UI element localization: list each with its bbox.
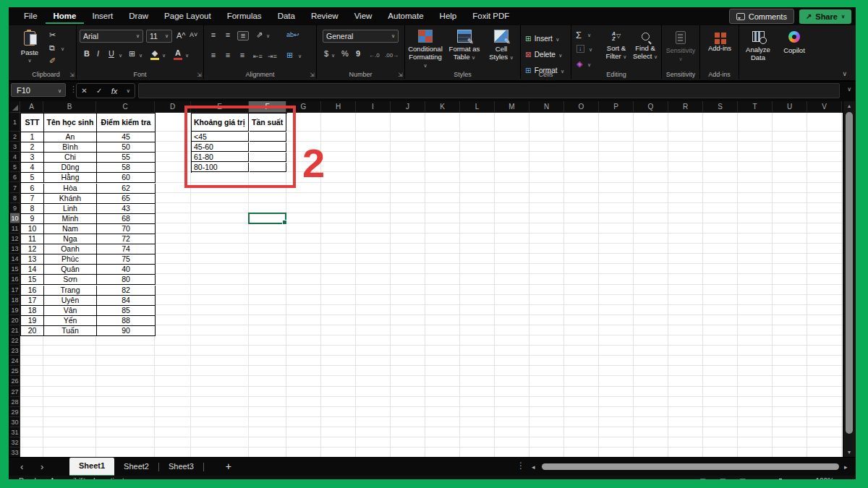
number-format-select[interactable]: General∨ <box>323 30 399 43</box>
menu-tab-draw[interactable]: Draw <box>121 9 156 24</box>
copy-icon[interactable]: ⧉ <box>49 44 55 52</box>
column-header-n[interactable]: N <box>529 101 564 113</box>
column-header-s[interactable]: S <box>703 101 738 113</box>
dialog-launcher-icon[interactable]: ⇲ <box>197 72 202 78</box>
decrease-decimal-icon[interactable]: .00→ <box>385 52 399 59</box>
copilot-button[interactable]: Copilot <box>778 31 810 54</box>
zoom-level[interactable]: 100% <box>815 477 834 479</box>
underline-icon[interactable]: U <box>109 50 114 58</box>
chevron-down-icon[interactable]: ∨ <box>127 88 130 94</box>
row-header-8[interactable]: 8 <box>10 193 20 203</box>
scroll-left-icon[interactable]: ◂ <box>532 463 535 471</box>
align-bottom-icon[interactable]: ≡ <box>237 31 249 40</box>
cut-icon[interactable]: ✂ <box>49 31 56 39</box>
merge-center-icon[interactable]: ⊞ <box>286 51 293 59</box>
format-as-table-button[interactable]: Format as Table ∨ <box>446 30 483 61</box>
page-layout-view-icon[interactable]: ▤ <box>720 477 726 479</box>
dialog-launcher-icon[interactable]: ⇲ <box>398 72 403 78</box>
comma-style-icon[interactable]: 9 <box>356 50 360 58</box>
row-header-18[interactable]: 18 <box>10 295 20 305</box>
expand-formula-bar-icon[interactable]: ∨ <box>847 86 851 93</box>
column-header-a[interactable]: A <box>20 101 43 113</box>
cancel-icon[interactable]: ✕ <box>81 87 87 95</box>
add-sheet-button[interactable]: + <box>204 458 243 476</box>
chevron-down-icon[interactable]: ∨ <box>331 53 335 59</box>
column-header-t[interactable]: T <box>738 101 773 113</box>
row-header-17[interactable]: 17 <box>10 285 20 295</box>
row-header-9[interactable]: 9 <box>10 203 20 213</box>
font-color-icon[interactable]: A <box>174 49 182 60</box>
row-header-29[interactable]: 29 <box>10 407 20 417</box>
borders-icon[interactable]: ⊞ <box>129 50 135 58</box>
row-header-20[interactable]: 20 <box>10 315 20 325</box>
row-header-25[interactable]: 25 <box>10 366 20 376</box>
row-header-16[interactable]: 16 <box>10 274 20 284</box>
scroll-down-icon[interactable]: ▾ <box>843 449 855 455</box>
bold-icon[interactable]: B <box>84 50 90 58</box>
sheet-tab-sheet3[interactable]: Sheet3 <box>159 458 203 476</box>
scroll-right-icon[interactable]: ▸ <box>844 463 848 471</box>
orientation-icon[interactable]: ⇗ <box>256 31 263 39</box>
normal-view-icon[interactable]: ▦ <box>699 477 706 479</box>
row-header-12[interactable]: 12 <box>10 234 20 244</box>
align-center-icon[interactable]: ≡ <box>223 51 233 59</box>
row-header-10[interactable]: 10 <box>10 213 20 223</box>
column-header-k[interactable]: K <box>425 101 460 113</box>
next-sheet-icon[interactable]: › <box>41 461 43 472</box>
row-header-31[interactable]: 31 <box>10 427 20 437</box>
menu-tab-automate[interactable]: Automate <box>380 9 431 24</box>
enter-icon[interactable]: ✓ <box>96 87 102 95</box>
row-header-14[interactable]: 14 <box>10 254 20 264</box>
share-button[interactable]: ↗ Share ∨ <box>799 9 851 24</box>
row-header-5[interactable]: 5 <box>10 162 20 172</box>
column-header-o[interactable]: O <box>564 101 599 113</box>
dialog-launcher-icon[interactable]: ⇲ <box>69 72 75 78</box>
column-header-u[interactable]: U <box>773 101 807 113</box>
format-painter-icon[interactable]: ✐ <box>49 57 56 65</box>
chevron-down-icon[interactable]: ∨ <box>266 33 270 39</box>
column-header-j[interactable]: J <box>391 101 425 113</box>
row-header-19[interactable]: 19 <box>10 305 20 315</box>
row-header-28[interactable]: 28 <box>10 397 20 407</box>
scroll-up-icon[interactable]: ▴ <box>843 103 855 109</box>
column-header-r[interactable]: R <box>668 101 703 113</box>
column-header-h[interactable]: H <box>321 101 356 113</box>
row-header-15[interactable]: 15 <box>10 264 20 274</box>
prev-sheet-icon[interactable]: ‹ <box>20 461 23 472</box>
increase-indent-icon[interactable]: ⇥≡ <box>268 53 277 60</box>
cell-styles-button[interactable]: Cell Styles ∨ <box>485 30 518 61</box>
row-header-1[interactable]: 1 <box>10 113 20 132</box>
chevron-down-icon[interactable]: ∨ <box>185 53 189 59</box>
font-size-select[interactable]: 11∨ <box>146 30 172 43</box>
name-box[interactable]: F10 ∨ <box>11 83 66 97</box>
row-header-22[interactable]: 22 <box>10 335 20 346</box>
row-header-26[interactable]: 26 <box>10 376 20 386</box>
column-header-p[interactable]: P <box>599 101 634 113</box>
menu-tab-view[interactable]: View <box>346 9 380 24</box>
align-left-icon[interactable]: ≡ <box>208 51 218 59</box>
chevron-down-icon[interactable]: ∨ <box>61 46 64 52</box>
chevron-down-icon[interactable]: ∨ <box>589 47 592 53</box>
more-options-icon[interactable]: ⋮ <box>516 461 525 471</box>
dialog-launcher-icon[interactable]: ⇲ <box>310 72 315 78</box>
row-header-32[interactable]: 32 <box>10 437 20 448</box>
menu-tab-foxit-pdf[interactable]: Foxit PDF <box>464 9 517 24</box>
column-header-m[interactable]: M <box>495 101 529 113</box>
sheet-tab-sheet1[interactable]: Sheet1 <box>69 458 114 476</box>
row-header-21[interactable]: 21 <box>10 325 20 335</box>
increase-decimal-icon[interactable]: ←.0 <box>369 52 380 59</box>
currency-icon[interactable]: $ <box>324 50 328 58</box>
row-header-24[interactable]: 24 <box>10 356 20 366</box>
row-header-27[interactable]: 27 <box>10 387 20 397</box>
conditional-formatting-button[interactable]: Conditional Formatting ∨ <box>407 30 444 69</box>
align-right-icon[interactable]: ≡ <box>237 51 247 59</box>
fill-handle[interactable] <box>282 220 287 225</box>
vertical-scrollbar[interactable]: ▴ ▾ <box>843 101 855 457</box>
insert-cells-button[interactable]: ⊞ Insert ∨ <box>525 31 559 44</box>
column-header-i[interactable]: I <box>356 101 391 113</box>
row-header-13[interactable]: 13 <box>10 244 20 254</box>
row-header-6[interactable]: 6 <box>10 172 20 182</box>
increase-font-icon[interactable]: A^ <box>176 32 186 40</box>
insert-function-icon[interactable]: fx <box>111 87 118 95</box>
accessibility-status[interactable]: Accessibility: Investigate <box>50 477 128 479</box>
